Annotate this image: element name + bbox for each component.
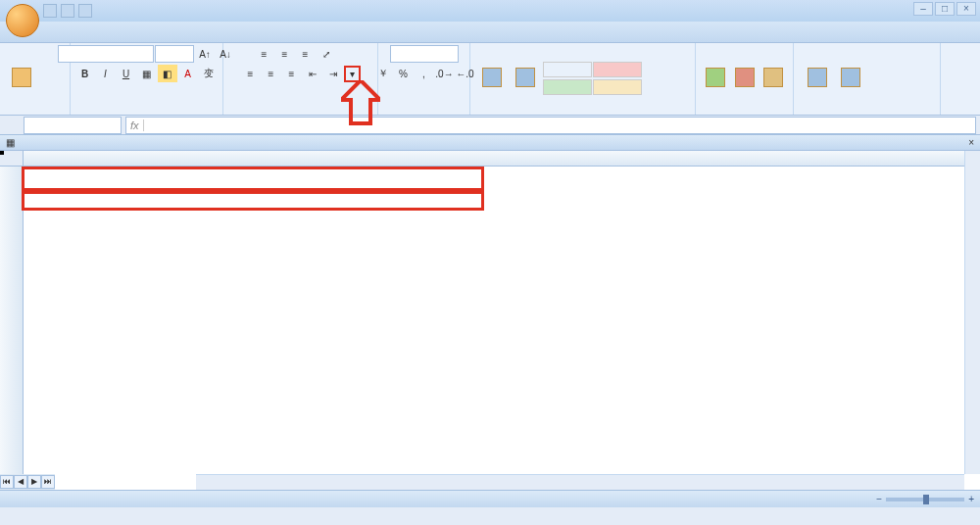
format-cells-button[interactable] xyxy=(760,56,787,101)
fx-icon[interactable]: fx xyxy=(126,119,144,131)
merge-center-button[interactable]: ▾ xyxy=(344,66,361,82)
formula-bar-row: fx xyxy=(0,116,980,135)
office-button[interactable] xyxy=(6,4,39,37)
name-box[interactable] xyxy=(24,117,122,134)
orientation-button[interactable]: ⤢ xyxy=(317,45,336,63)
style-neutral[interactable] xyxy=(593,79,642,95)
status-bar: − + xyxy=(0,490,980,507)
format-painter-button[interactable] xyxy=(39,89,59,107)
phonetic-button[interactable]: 变 xyxy=(199,65,219,82)
style-good[interactable] xyxy=(543,79,592,95)
border-button[interactable]: ▦ xyxy=(137,65,157,82)
ribbon-tabs xyxy=(0,22,980,43)
currency-button[interactable]: ￥ xyxy=(373,65,393,82)
align-bottom-button[interactable]: ≡ xyxy=(296,45,316,63)
cell-grid[interactable] xyxy=(24,167,964,474)
align-middle-button[interactable]: ≡ xyxy=(275,45,295,63)
maximize-button[interactable]: □ xyxy=(935,2,955,16)
close-button[interactable]: × xyxy=(956,2,976,16)
workbook-icon: ▦ xyxy=(6,137,15,148)
sheet-nav-prev[interactable]: ◀ xyxy=(14,475,27,489)
zoom-out-button[interactable]: − xyxy=(876,494,882,504)
percent-button[interactable]: % xyxy=(394,65,414,82)
redo-icon[interactable] xyxy=(78,4,92,18)
style-bad[interactable] xyxy=(593,62,642,77)
delete-cells-button[interactable] xyxy=(731,56,759,101)
column-headers xyxy=(24,151,964,167)
formula-bar[interactable]: fx xyxy=(125,117,976,134)
undo-icon[interactable] xyxy=(61,4,74,18)
font-size-select[interactable] xyxy=(155,45,194,63)
sheet-tabs: ⏮ ◀ ▶ ⏭ xyxy=(0,474,55,490)
save-icon[interactable] xyxy=(43,4,57,18)
minimize-button[interactable]: – xyxy=(913,2,933,16)
insert-cells-button[interactable] xyxy=(702,56,729,101)
fill-color-button[interactable]: ◧ xyxy=(158,65,177,82)
workbook-window-bar: ▦ × xyxy=(0,135,980,151)
align-right-button[interactable]: ≡ xyxy=(282,65,302,82)
increase-decimal-button[interactable]: .0→ xyxy=(435,65,455,82)
find-select-button[interactable] xyxy=(835,56,866,101)
font-color-button[interactable]: A xyxy=(178,65,198,82)
sheet-nav-first[interactable]: ⏮ xyxy=(0,475,14,489)
ribbon: A↑ A↓ B I U ▦ ◧ A 变 ≡ ≡ ≡ ⤢ xyxy=(0,43,980,116)
underline-button[interactable]: U xyxy=(117,65,136,82)
quick-access-toolbar xyxy=(43,4,92,18)
conditional-format-button[interactable] xyxy=(476,56,508,101)
title-bar: – □ × xyxy=(0,0,980,22)
font-name-select[interactable] xyxy=(58,45,154,63)
zoom-slider[interactable] xyxy=(886,498,964,501)
align-center-button[interactable]: ≡ xyxy=(262,65,281,82)
comma-button[interactable]: , xyxy=(415,65,434,82)
worksheet-area: ⏮ ◀ ▶ ⏭ xyxy=(0,151,980,490)
italic-button[interactable]: I xyxy=(96,65,116,82)
wrap-text-button[interactable] xyxy=(337,45,347,63)
indent-inc-button[interactable]: ⇥ xyxy=(323,65,343,82)
zoom-in-button[interactable]: + xyxy=(968,494,974,504)
cut-button[interactable] xyxy=(39,50,59,68)
sheet-nav-last[interactable]: ⏭ xyxy=(41,475,55,489)
table-format-button[interactable] xyxy=(510,56,541,101)
sort-filter-button[interactable] xyxy=(802,56,833,101)
horizontal-scrollbar[interactable] xyxy=(196,474,964,490)
align-left-button[interactable]: ≡ xyxy=(241,65,261,82)
style-normal[interactable] xyxy=(543,62,592,77)
copy-button[interactable] xyxy=(39,70,59,87)
indent-dec-button[interactable]: ⇤ xyxy=(303,65,322,82)
row-headers xyxy=(0,167,24,474)
workbook-close-button[interactable]: × xyxy=(962,137,980,148)
number-format-select[interactable] xyxy=(390,45,459,63)
select-all-corner[interactable] xyxy=(0,151,24,167)
paste-button[interactable] xyxy=(6,56,37,101)
align-top-button[interactable]: ≡ xyxy=(255,45,274,63)
sheet-nav-next[interactable]: ▶ xyxy=(27,475,41,489)
bold-button[interactable]: B xyxy=(75,65,95,82)
vertical-scrollbar[interactable] xyxy=(964,151,980,474)
grow-font-button[interactable]: A↑ xyxy=(195,45,215,63)
merged-title-cell[interactable] xyxy=(24,167,482,190)
